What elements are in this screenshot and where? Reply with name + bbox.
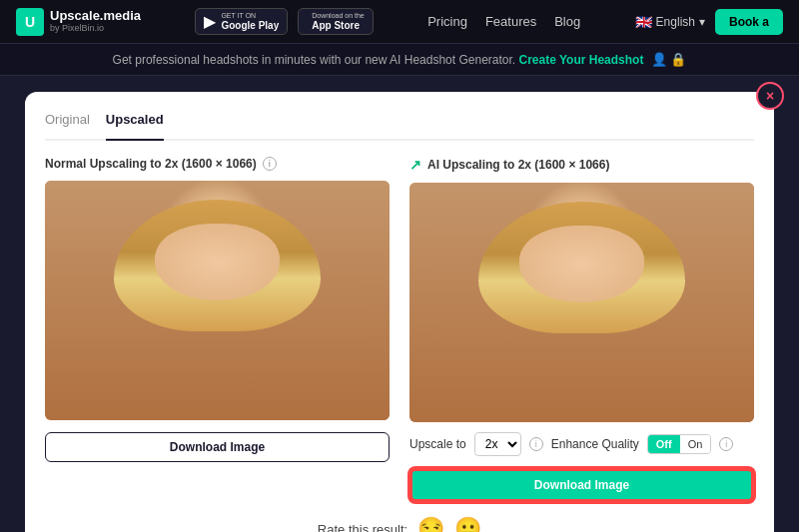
tab-upscaled[interactable]: Upscaled xyxy=(106,112,164,141)
main-content: × Original Upscaled Normal Upscaling to … xyxy=(0,76,799,532)
google-play-icon: ▶ xyxy=(204,12,216,31)
headshot-link[interactable]: Create Your Headshot xyxy=(519,53,644,67)
announcement-text: Get professional headshots in minutes wi… xyxy=(113,53,516,67)
logo-sub-text: by PixelBin.io xyxy=(50,24,141,34)
right-panel: ↗ AI Upscaling to 2x (1600 × 1066) Upsca… xyxy=(409,157,754,502)
chevron-down-icon: ▾ xyxy=(699,15,705,29)
lang-label: English xyxy=(656,15,695,29)
left-info-icon[interactable]: i xyxy=(263,157,277,171)
tab-original[interactable]: Original xyxy=(45,112,90,131)
nav-pricing[interactable]: Pricing xyxy=(427,14,467,29)
language-selector[interactable]: 🇬🇧 English ▾ xyxy=(635,14,705,30)
app-store-text: Download on the App Store xyxy=(312,12,365,31)
upscale-info-icon[interactable]: i xyxy=(529,437,543,451)
controls-row: Upscale to 2x i Enhance Quality Off On i xyxy=(409,432,754,456)
announcement-bar: Get professional headshots in minutes wi… xyxy=(0,44,799,76)
right-panel-title: ↗ AI Upscaling to 2x (1600 × 1066) xyxy=(409,157,754,173)
headshot-icons: 👤 🔒 xyxy=(651,52,687,67)
google-play-text: GET IT ON Google Play xyxy=(221,12,279,31)
rating-row: Rate this result: 😒 😐 xyxy=(45,518,754,532)
right-image xyxy=(409,183,754,422)
logo-icon: U xyxy=(16,8,44,36)
rating-negative-btn[interactable]: 😒 xyxy=(417,518,444,532)
logo: U Upscale.media by PixelBin.io xyxy=(16,8,141,36)
close-button[interactable]: × xyxy=(756,82,784,110)
enhance-info-icon[interactable]: i xyxy=(719,437,733,451)
enhance-toggle[interactable]: Off On xyxy=(647,434,712,454)
rating-neutral-btn[interactable]: 😐 xyxy=(454,518,481,532)
nav-features[interactable]: Features xyxy=(485,14,536,29)
book-button[interactable]: Book a xyxy=(715,9,783,35)
left-image xyxy=(45,181,390,420)
header-right: 🇬🇧 English ▾ Book a xyxy=(635,9,783,35)
google-play-btn[interactable]: ▶ GET IT ON Google Play xyxy=(195,8,288,35)
rating-label: Rate this result: xyxy=(318,522,407,533)
upscale-label: Upscale to xyxy=(409,437,466,451)
logo-text: Upscale.media by PixelBin.io xyxy=(50,9,141,33)
header-center: ▶ GET IT ON Google Play Download on the … xyxy=(195,8,373,35)
comparison-grid: Normal Upscaling to 2x (1600 × 1066) i D… xyxy=(45,157,754,502)
right-download-button[interactable]: Download Image xyxy=(409,468,754,502)
upscale-select[interactable]: 2x xyxy=(474,432,521,456)
toggle-on[interactable]: On xyxy=(680,435,711,453)
nav-blog[interactable]: Blog xyxy=(554,14,580,29)
left-panel-title: Normal Upscaling to 2x (1600 × 1066) i xyxy=(45,157,390,171)
header: U Upscale.media by PixelBin.io ▶ GET IT … xyxy=(0,0,799,44)
left-download-button[interactable]: Download Image xyxy=(45,432,390,462)
main-nav: Pricing Features Blog xyxy=(427,14,580,29)
toggle-off[interactable]: Off xyxy=(648,435,680,453)
enhance-label: Enhance Quality xyxy=(551,437,639,451)
logo-main-text: Upscale.media xyxy=(50,9,141,23)
modal-card: × Original Upscaled Normal Upscaling to … xyxy=(25,92,774,532)
flag-icon: 🇬🇧 xyxy=(635,14,652,30)
person-figure-left xyxy=(45,181,390,420)
tabs: Original Upscaled xyxy=(45,112,754,141)
left-panel: Normal Upscaling to 2x (1600 × 1066) i D… xyxy=(45,157,390,502)
person-figure-right xyxy=(409,183,754,422)
app-store-btn[interactable]: Download on the App Store xyxy=(298,8,374,35)
ai-upscale-icon: ↗ xyxy=(409,157,421,173)
